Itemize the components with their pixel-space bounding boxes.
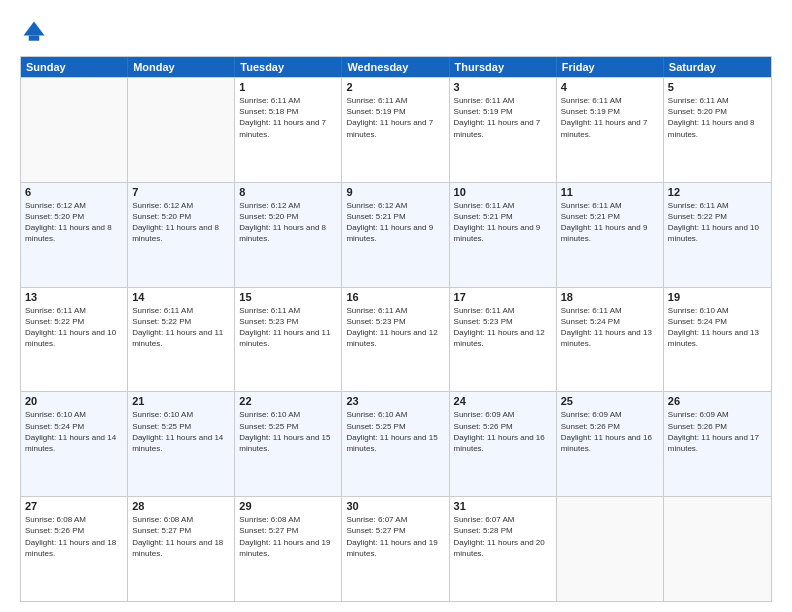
- calendar-cell: 31Sunrise: 6:07 AM Sunset: 5:28 PM Dayli…: [450, 497, 557, 601]
- calendar-cell: 30Sunrise: 6:07 AM Sunset: 5:27 PM Dayli…: [342, 497, 449, 601]
- day-info: Sunrise: 6:08 AM Sunset: 5:27 PM Dayligh…: [132, 514, 230, 559]
- day-info: Sunrise: 6:11 AM Sunset: 5:23 PM Dayligh…: [239, 305, 337, 350]
- day-number: 12: [668, 186, 767, 198]
- day-info: Sunrise: 6:09 AM Sunset: 5:26 PM Dayligh…: [454, 409, 552, 454]
- day-number: 11: [561, 186, 659, 198]
- calendar-cell: 8Sunrise: 6:12 AM Sunset: 5:20 PM Daylig…: [235, 183, 342, 287]
- svg-rect-1: [29, 36, 40, 41]
- calendar-cell: 19Sunrise: 6:10 AM Sunset: 5:24 PM Dayli…: [664, 288, 771, 392]
- logo: [20, 18, 52, 46]
- day-info: Sunrise: 6:11 AM Sunset: 5:22 PM Dayligh…: [25, 305, 123, 350]
- day-info: Sunrise: 6:11 AM Sunset: 5:19 PM Dayligh…: [561, 95, 659, 140]
- day-number: 17: [454, 291, 552, 303]
- page: SundayMondayTuesdayWednesdayThursdayFrid…: [0, 0, 792, 612]
- day-info: Sunrise: 6:12 AM Sunset: 5:20 PM Dayligh…: [132, 200, 230, 245]
- day-info: Sunrise: 6:08 AM Sunset: 5:27 PM Dayligh…: [239, 514, 337, 559]
- calendar-cell: 1Sunrise: 6:11 AM Sunset: 5:18 PM Daylig…: [235, 78, 342, 182]
- day-number: 25: [561, 395, 659, 407]
- calendar-cell: 5Sunrise: 6:11 AM Sunset: 5:20 PM Daylig…: [664, 78, 771, 182]
- day-info: Sunrise: 6:08 AM Sunset: 5:26 PM Dayligh…: [25, 514, 123, 559]
- calendar-cell: 13Sunrise: 6:11 AM Sunset: 5:22 PM Dayli…: [21, 288, 128, 392]
- calendar-cell: [128, 78, 235, 182]
- day-number: 23: [346, 395, 444, 407]
- day-info: Sunrise: 6:11 AM Sunset: 5:19 PM Dayligh…: [346, 95, 444, 140]
- day-info: Sunrise: 6:09 AM Sunset: 5:26 PM Dayligh…: [561, 409, 659, 454]
- calendar-week-row: 1Sunrise: 6:11 AM Sunset: 5:18 PM Daylig…: [21, 77, 771, 182]
- day-number: 18: [561, 291, 659, 303]
- calendar-week-row: 13Sunrise: 6:11 AM Sunset: 5:22 PM Dayli…: [21, 287, 771, 392]
- header: [20, 18, 772, 46]
- calendar-cell: 26Sunrise: 6:09 AM Sunset: 5:26 PM Dayli…: [664, 392, 771, 496]
- day-info: Sunrise: 6:07 AM Sunset: 5:28 PM Dayligh…: [454, 514, 552, 559]
- calendar-cell: 9Sunrise: 6:12 AM Sunset: 5:21 PM Daylig…: [342, 183, 449, 287]
- calendar-cell: 16Sunrise: 6:11 AM Sunset: 5:23 PM Dayli…: [342, 288, 449, 392]
- calendar-cell: 24Sunrise: 6:09 AM Sunset: 5:26 PM Dayli…: [450, 392, 557, 496]
- calendar-cell: 7Sunrise: 6:12 AM Sunset: 5:20 PM Daylig…: [128, 183, 235, 287]
- calendar-cell: 12Sunrise: 6:11 AM Sunset: 5:22 PM Dayli…: [664, 183, 771, 287]
- day-number: 24: [454, 395, 552, 407]
- day-info: Sunrise: 6:12 AM Sunset: 5:20 PM Dayligh…: [25, 200, 123, 245]
- calendar-cell: 14Sunrise: 6:11 AM Sunset: 5:22 PM Dayli…: [128, 288, 235, 392]
- calendar-header-cell: Wednesday: [342, 57, 449, 77]
- day-info: Sunrise: 6:12 AM Sunset: 5:20 PM Dayligh…: [239, 200, 337, 245]
- calendar-week-row: 27Sunrise: 6:08 AM Sunset: 5:26 PM Dayli…: [21, 496, 771, 601]
- calendar-cell: 6Sunrise: 6:12 AM Sunset: 5:20 PM Daylig…: [21, 183, 128, 287]
- day-info: Sunrise: 6:11 AM Sunset: 5:23 PM Dayligh…: [454, 305, 552, 350]
- calendar-cell: [21, 78, 128, 182]
- calendar-cell: 21Sunrise: 6:10 AM Sunset: 5:25 PM Dayli…: [128, 392, 235, 496]
- calendar-header-row: SundayMondayTuesdayWednesdayThursdayFrid…: [21, 57, 771, 77]
- day-number: 13: [25, 291, 123, 303]
- calendar: SundayMondayTuesdayWednesdayThursdayFrid…: [20, 56, 772, 602]
- calendar-week-row: 6Sunrise: 6:12 AM Sunset: 5:20 PM Daylig…: [21, 182, 771, 287]
- day-info: Sunrise: 6:12 AM Sunset: 5:21 PM Dayligh…: [346, 200, 444, 245]
- calendar-header-cell: Sunday: [21, 57, 128, 77]
- day-info: Sunrise: 6:11 AM Sunset: 5:24 PM Dayligh…: [561, 305, 659, 350]
- day-info: Sunrise: 6:11 AM Sunset: 5:19 PM Dayligh…: [454, 95, 552, 140]
- day-number: 27: [25, 500, 123, 512]
- day-info: Sunrise: 6:11 AM Sunset: 5:18 PM Dayligh…: [239, 95, 337, 140]
- calendar-body: 1Sunrise: 6:11 AM Sunset: 5:18 PM Daylig…: [21, 77, 771, 601]
- day-number: 30: [346, 500, 444, 512]
- day-info: Sunrise: 6:11 AM Sunset: 5:22 PM Dayligh…: [668, 200, 767, 245]
- calendar-cell: 10Sunrise: 6:11 AM Sunset: 5:21 PM Dayli…: [450, 183, 557, 287]
- day-number: 1: [239, 81, 337, 93]
- day-number: 7: [132, 186, 230, 198]
- calendar-cell: 18Sunrise: 6:11 AM Sunset: 5:24 PM Dayli…: [557, 288, 664, 392]
- calendar-cell: 27Sunrise: 6:08 AM Sunset: 5:26 PM Dayli…: [21, 497, 128, 601]
- calendar-cell: [664, 497, 771, 601]
- calendar-header-cell: Friday: [557, 57, 664, 77]
- calendar-header-cell: Monday: [128, 57, 235, 77]
- day-number: 9: [346, 186, 444, 198]
- day-number: 20: [25, 395, 123, 407]
- day-info: Sunrise: 6:10 AM Sunset: 5:24 PM Dayligh…: [25, 409, 123, 454]
- day-number: 4: [561, 81, 659, 93]
- svg-marker-0: [24, 22, 45, 36]
- day-number: 22: [239, 395, 337, 407]
- day-info: Sunrise: 6:11 AM Sunset: 5:23 PM Dayligh…: [346, 305, 444, 350]
- day-number: 29: [239, 500, 337, 512]
- day-number: 31: [454, 500, 552, 512]
- calendar-cell: 20Sunrise: 6:10 AM Sunset: 5:24 PM Dayli…: [21, 392, 128, 496]
- calendar-cell: 17Sunrise: 6:11 AM Sunset: 5:23 PM Dayli…: [450, 288, 557, 392]
- day-info: Sunrise: 6:11 AM Sunset: 5:21 PM Dayligh…: [454, 200, 552, 245]
- calendar-cell: 2Sunrise: 6:11 AM Sunset: 5:19 PM Daylig…: [342, 78, 449, 182]
- day-number: 10: [454, 186, 552, 198]
- day-info: Sunrise: 6:10 AM Sunset: 5:24 PM Dayligh…: [668, 305, 767, 350]
- day-number: 2: [346, 81, 444, 93]
- calendar-cell: [557, 497, 664, 601]
- calendar-cell: 28Sunrise: 6:08 AM Sunset: 5:27 PM Dayli…: [128, 497, 235, 601]
- day-info: Sunrise: 6:11 AM Sunset: 5:22 PM Dayligh…: [132, 305, 230, 350]
- day-info: Sunrise: 6:07 AM Sunset: 5:27 PM Dayligh…: [346, 514, 444, 559]
- calendar-cell: 3Sunrise: 6:11 AM Sunset: 5:19 PM Daylig…: [450, 78, 557, 182]
- day-number: 19: [668, 291, 767, 303]
- calendar-cell: 25Sunrise: 6:09 AM Sunset: 5:26 PM Dayli…: [557, 392, 664, 496]
- day-info: Sunrise: 6:11 AM Sunset: 5:21 PM Dayligh…: [561, 200, 659, 245]
- day-number: 15: [239, 291, 337, 303]
- calendar-cell: 4Sunrise: 6:11 AM Sunset: 5:19 PM Daylig…: [557, 78, 664, 182]
- calendar-header-cell: Tuesday: [235, 57, 342, 77]
- calendar-header-cell: Thursday: [450, 57, 557, 77]
- day-info: Sunrise: 6:10 AM Sunset: 5:25 PM Dayligh…: [132, 409, 230, 454]
- calendar-cell: 11Sunrise: 6:11 AM Sunset: 5:21 PM Dayli…: [557, 183, 664, 287]
- day-number: 5: [668, 81, 767, 93]
- day-number: 3: [454, 81, 552, 93]
